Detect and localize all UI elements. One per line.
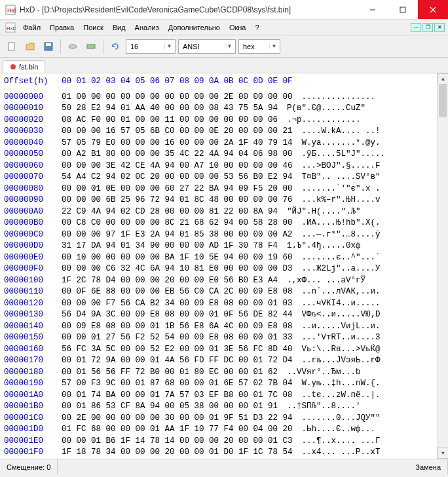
row-hex[interactable]: 00 01 56 56 FF 72 B0 00 01 80 EC 00 00 0…	[62, 367, 278, 379]
row-hex[interactable]: 56 D4 9A 3C 00 09 E8 08 00 00 01 0F 56 D…	[62, 309, 293, 321]
hex-row[interactable]: 000000E000 10 00 00 00 00 00 BA 1F 10 5E…	[4, 252, 444, 264]
hex-view[interactable]: Offset(h)00 01 02 03 04 05 06 07 08 09 0…	[0, 73, 448, 459]
row-ascii[interactable]: ...............	[302, 92, 376, 104]
row-ascii[interactable]: ...>BOJ".§.....F	[302, 161, 381, 172]
hex-row[interactable]: 000001D001 FC 68 00 00 00 01 AA 1F 10 77…	[4, 424, 444, 436]
row-ascii[interactable]: .ИА....Њ!hb".X(.	[302, 218, 381, 229]
hex-row[interactable]: 000000C000 00 00 97 1F E3 2A 94 01 85 38…	[4, 229, 444, 241]
row-ascii[interactable]: .ўБ....5L"J".....	[302, 149, 386, 161]
row-hex[interactable]: 00 00 00 3E 42 CE 4A 94 00 A7 10 00 00 0…	[62, 161, 293, 172]
hex-row[interactable]: 000000D031 17 DA 94 01 34 90 00 00 00 AD…	[4, 240, 444, 252]
row-hex[interactable]: 00 00 01 B6 1F 14 78 14 00 00 00 20 00 0…	[62, 436, 293, 448]
row-hex[interactable]: 50 28 E2 94 01 AA 40 00 00 00 08 43 75 5…	[62, 103, 278, 115]
new-button[interactable]	[4, 39, 20, 54]
hex-row[interactable]: 0000019057 00 F3 9C 00 01 87 68 00 00 01…	[4, 378, 444, 390]
save-button[interactable]	[41, 39, 56, 54]
row-ascii[interactable]: ...чVКІ4..и.....	[302, 298, 381, 310]
row-hex[interactable]: 57 00 F3 9C 00 01 87 68 00 00 01 6E 57 0…	[62, 378, 293, 390]
menu-analysis[interactable]: Анализ	[130, 22, 164, 33]
row-hex[interactable]: 08 AC F0 00 01 00 00 11 00 00 00 00 00 0…	[62, 115, 278, 126]
menu-edit[interactable]: Правка	[45, 22, 79, 33]
row-hex[interactable]: 01 FC 68 00 00 00 01 AA 1F 10 77 F4 00 0…	[62, 424, 293, 436]
row-hex[interactable]: 00 C8 C0 00 00 00 00 8C 21 68 62 94 00 5…	[62, 218, 293, 229]
menu-extra[interactable]: Дополнительно	[164, 22, 225, 33]
mdi-restore-button[interactable]: ❐	[422, 23, 433, 32]
row-hex[interactable]: 00 A2 B1 80 00 00 00 35 4C 22 4A 94 04 0…	[62, 149, 293, 161]
hex-row[interactable]: 0000002008 AC F0 00 01 00 00 11 00 00 00…	[4, 115, 444, 126]
row-ascii[interactable]: .......є..^"...`	[302, 252, 381, 264]
row-ascii[interactable]: VФљ<..и.....VЮ‚D	[302, 309, 381, 321]
row-ascii[interactable]: .,xФ... ...аV°гЎ	[287, 275, 365, 287]
base-select[interactable]: hex ▼	[238, 39, 280, 54]
row-hex[interactable]: 00 00 00 97 1F E3 2A 94 01 85 38 00 00 0…	[62, 229, 293, 241]
row-hex[interactable]: 00 09 E8 08 00 00 01 1B 56 E8 6A 4C 00 0…	[62, 321, 293, 333]
row-ascii[interactable]: "ЙJ".Н(....".Љ"	[287, 206, 361, 218]
row-hex[interactable]: 00 00 00 F7 56 CA B2 34 00 09 E8 08 00 0…	[62, 298, 293, 310]
hex-row[interactable]: 000000A022 C9 4A 94 02 CD 28 00 00 00 81…	[4, 206, 444, 218]
row-hex[interactable]: 00 10 00 00 00 00 00 BA 1F 10 5E 94 00 0…	[62, 252, 293, 264]
row-ascii[interactable]: ..†SПЉ"..8....'	[287, 401, 361, 413]
hex-row[interactable]: 000001E000 00 01 B6 1F 14 78 14 00 00 00…	[4, 436, 444, 448]
row-hex[interactable]: 00 01 72 9A 00 00 01 4A 56 FD FF DC 00 0…	[62, 355, 293, 367]
hex-row[interactable]: 0000017000 01 72 9A 00 00 01 4A 56 FD FF…	[4, 355, 444, 367]
bytewidth-select[interactable]: 16 ▼	[126, 39, 176, 54]
row-hex[interactable]: 00 00 01 0E 00 00 00 60 27 22 BA 94 09 F…	[62, 183, 293, 195]
scroll-down-button[interactable]: ▼	[438, 448, 448, 459]
hex-row[interactable]: 0000013056 D4 9A 3C 00 09 E8 08 00 00 01…	[4, 309, 444, 321]
hex-row[interactable]: 0000014000 09 E8 08 00 00 01 1B 56 E8 6A…	[4, 321, 444, 333]
row-ascii[interactable]: ..и.....VиjL..и.	[302, 321, 381, 333]
row-ascii[interactable]: W.yа.......*.@y.	[302, 138, 381, 149]
hex-row[interactable]: 0000020000 00 01 EA 1F 24 78 94 00 00 00…	[4, 459, 444, 459]
row-ascii[interactable]: T¤В".. ....SV°в"	[302, 172, 381, 183]
hex-row[interactable]: 0000018000 01 56 56 FF 72 B0 00 01 80 EC…	[4, 367, 444, 379]
hex-row[interactable]: 0000004057 05 79 E0 00 00 00 16 00 00 00…	[4, 138, 444, 149]
row-hex[interactable]: 01 00 00 00 00 00 00 00 00 00 00 2E 00 0…	[62, 92, 293, 104]
row-ascii[interactable]: ...к.$x".... ..ч	[302, 459, 381, 459]
maximize-button[interactable]	[388, 0, 418, 19]
row-ascii[interactable]: Vь:\..Rв...>VьЌ@	[302, 344, 381, 356]
menu-file[interactable]: Файл	[18, 22, 45, 33]
open-ram-button[interactable]	[83, 39, 99, 54]
row-hex[interactable]: 56 FC 3A 5C 00 00 52 E2 00 00 01 3E 56 F…	[62, 344, 293, 356]
row-ascii[interactable]: .Ьh....Є..wф...	[302, 424, 381, 436]
row-ascii[interactable]: ...k%–r".ЊH....v	[302, 195, 381, 206]
row-ascii[interactable]: ..x4... ...Р..xT	[302, 447, 381, 459]
row-hex[interactable]: 00 0F 6E 88 00 00 00 EB 56 C0 CA 2C 00 0…	[62, 286, 293, 298]
hex-row[interactable]: 0000015000 00 01 27 56 F2 52 54 00 09 E8…	[4, 332, 444, 344]
row-hex[interactable]: 1F 2C 78 D4 00 00 00 20 00 00 E0 56 B0 E…	[62, 275, 278, 287]
row-ascii[interactable]: ..rљ...JVэяЬ..rФ	[302, 355, 381, 367]
scroll-thumb[interactable]	[439, 85, 447, 117]
row-ascii[interactable]: 1.Ъ".4ђ....­.0xф	[287, 240, 361, 252]
hex-row[interactable]: 000000B000 C8 C0 00 00 00 00 8C 21 68 62…	[4, 218, 444, 229]
row-ascii[interactable]: .......0...ЈQУ""	[302, 413, 381, 425]
hex-row[interactable]: 000001F01F 18 78 34 00 00 00 20 00 00 01…	[4, 447, 444, 459]
hex-row[interactable]: 0000006000 00 00 3E 42 CE 4A 94 00 A7 10…	[4, 161, 444, 172]
hex-row[interactable]: 0000005000 A2 B1 80 00 00 00 35 4C 22 4A…	[4, 149, 444, 161]
menu-help[interactable]: ?	[250, 22, 263, 33]
row-ascii[interactable]: ..nˆ...лVАК,..и.	[302, 286, 381, 298]
vertical-scrollbar[interactable]: ▲ ▼	[437, 73, 448, 459]
row-hex[interactable]: 54 A4 C2 94 02 0C 20 00 00 00 00 53 56 B…	[62, 172, 293, 183]
row-hex[interactable]: 00 01 74 BA 00 00 01 7A 57 03 EF B8 00 0…	[62, 390, 293, 402]
row-ascii[interactable]: .......`'"є".х .	[302, 183, 381, 195]
row-hex[interactable]: 00 00 00 C6 32 4C 6A 94 10 81 E0 00 00 0…	[62, 263, 293, 275]
hex-row[interactable]: 0000000001 00 00 00 00 00 00 00 00 00 00…	[4, 92, 444, 104]
hex-row[interactable]: 0000007054 A4 C2 94 02 0C 20 00 00 00 00…	[4, 172, 444, 183]
hex-row[interactable]: 0000012000 00 00 F7 56 CA B2 34 00 09 E8…	[4, 298, 444, 310]
menu-search[interactable]: Поиск	[79, 22, 107, 33]
menu-windows[interactable]: Окна	[225, 22, 251, 33]
app-menu-icon[interactable]: HxD	[5, 22, 16, 33]
hex-row[interactable]: 000001001F 2C 78 D4 00 00 00 20 00 00 E0…	[4, 275, 444, 287]
mdi-close-button[interactable]: ✕	[434, 23, 445, 32]
row-ascii[interactable]: W.уњ..‡h...nW.{.	[302, 378, 381, 390]
row-ascii[interactable]: .¬р............	[287, 115, 361, 126]
file-tab[interactable]: fst.bin	[3, 60, 45, 73]
hex-row[interactable]: 000001A000 01 74 BA 00 00 01 7A 57 03 EF…	[4, 390, 444, 402]
row-hex[interactable]: 00 00 00 16 57 05 6B C0 00 00 0E 20 00 0…	[62, 126, 293, 138]
row-hex[interactable]: 00 00 00 6B 25 96 72 94 01 8C 48 00 00 0…	[62, 195, 293, 206]
row-hex[interactable]: 00 00 01 EA 1F 24 78 94 00 00 00 20 00 0…	[62, 459, 293, 459]
hex-row[interactable]: 0000009000 00 00 6B 25 96 72 94 01 8C 48…	[4, 195, 444, 206]
close-button[interactable]	[418, 0, 448, 19]
row-ascii[interactable]: ...—.г*".…8....ў	[302, 229, 381, 241]
menu-view[interactable]: Вид	[108, 22, 130, 33]
